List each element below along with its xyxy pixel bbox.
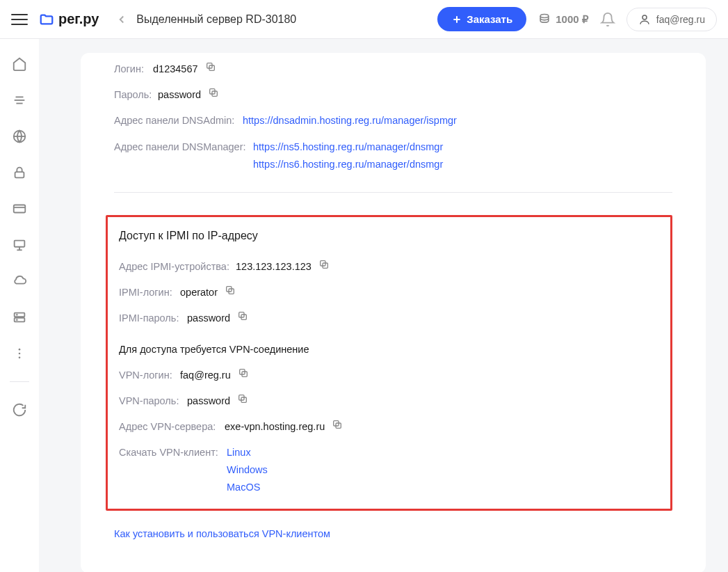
dnsmanager-label: Адрес панели DNSManager:	[114, 139, 253, 155]
svg-point-21	[19, 357, 21, 359]
ipmi-password-label: IPMI-пароль:	[119, 310, 187, 326]
dnsmanager-link-2[interactable]: https://ns6.hosting.reg.ru/manager/dnsmg…	[253, 157, 443, 173]
svg-rect-16	[15, 318, 25, 322]
sidebar-refresh[interactable]	[11, 402, 28, 418]
user-email: faq@reg.ru	[656, 14, 705, 25]
password-value: password	[158, 87, 201, 103]
dnsmanager-links: https://ns5.hosting.reg.ru/manager/dnsmg…	[253, 139, 443, 173]
vpn-client-row: Скачать VPN-клиент: Linux Windows MacOS	[119, 445, 659, 496]
dnsadmin-label: Адрес панели DNSAdmin:	[114, 113, 243, 129]
sidebar-separator	[10, 381, 29, 382]
ipmi-password-value: password	[187, 310, 230, 326]
svg-point-3	[642, 15, 647, 19]
menu-toggle[interactable]	[11, 11, 28, 28]
ipmi-addr-value: 123.123.123.123	[236, 259, 312, 275]
vpn-help-link[interactable]: Как установить и пользоваться VPN-клиент…	[114, 528, 330, 539]
sidebar-globe[interactable]	[11, 128, 28, 145]
ipmi-login-value: operator	[180, 285, 218, 301]
vpn-login-label: VPN-логин:	[119, 367, 180, 383]
dnsmanager-row: Адрес панели DNSManager: https://ns5.hos…	[114, 139, 672, 173]
svg-point-17	[17, 315, 17, 315]
svg-rect-9	[15, 172, 24, 177]
copy-icon[interactable]	[238, 367, 249, 379]
vpn-password-label: VPN-пароль:	[119, 393, 187, 409]
sidebar-more[interactable]	[11, 345, 28, 362]
sidebar-server[interactable]	[11, 237, 28, 253]
svg-point-2	[540, 14, 549, 17]
topbar: рег.ру Выделенный сервер RD-30180 Заказа…	[0, 0, 728, 39]
vpn-server-label: Адрес VPN-сервера:	[119, 419, 225, 435]
login-row: Логин: d1234567	[114, 61, 672, 77]
copy-icon[interactable]	[237, 393, 248, 404]
vpn-client-windows[interactable]: Windows	[227, 462, 268, 478]
password-label: Пароль:	[114, 87, 158, 103]
ipmi-addr-label: Адрес IPMI-устройства:	[119, 259, 236, 275]
dnsmanager-link-1[interactable]: https://ns5.hosting.reg.ru/manager/dnsmg…	[253, 139, 443, 155]
user-icon	[638, 13, 651, 26]
svg-rect-10	[14, 205, 26, 213]
user-menu[interactable]: faq@reg.ru	[626, 8, 717, 31]
divider	[114, 192, 672, 193]
notifications-icon[interactable]	[600, 12, 615, 27]
vpn-server-row: Адрес VPN-сервера: exe-vpn.hosting.reg.r…	[119, 419, 659, 435]
copy-icon[interactable]	[237, 310, 248, 321]
ipmi-login-label: IPMI-логин:	[119, 285, 180, 301]
ipmi-password-row: IPMI-пароль: password	[119, 310, 659, 326]
back-button[interactable]	[115, 13, 128, 26]
vpn-client-label: Скачать VPN-клиент:	[119, 445, 227, 461]
coins-icon	[537, 13, 551, 26]
order-button[interactable]: Заказать	[437, 7, 526, 31]
vpn-login-value: faq@reg.ru	[180, 367, 231, 383]
svg-point-18	[17, 319, 17, 320]
vpn-login-row: VPN-логин: faq@reg.ru	[119, 367, 659, 383]
sidebar-lock[interactable]	[11, 164, 28, 181]
svg-point-19	[19, 349, 21, 351]
main-content: Логин: d1234567 Пароль: password Адрес п…	[39, 39, 728, 572]
folder-icon	[39, 12, 54, 27]
logo[interactable]: рег.ру	[39, 11, 99, 27]
order-label: Заказать	[467, 13, 512, 25]
copy-icon[interactable]	[208, 87, 219, 98]
copy-icon[interactable]	[318, 259, 330, 270]
logo-text: рег.ру	[58, 11, 99, 27]
vpn-note: Для доступа требуется VPN-соединение	[119, 344, 659, 355]
vpn-password-value: password	[187, 393, 230, 409]
info-card: Логин: d1234567 Пароль: password Адрес п…	[81, 53, 706, 572]
login-label: Логин:	[114, 61, 153, 77]
copy-icon[interactable]	[205, 61, 216, 72]
vpn-client-macos[interactable]: MacOS	[227, 479, 268, 495]
vpn-server-value: exe-vpn.hosting.reg.ru	[225, 419, 325, 435]
page-title: Выделенный сервер RD-30180	[136, 13, 437, 26]
vpn-client-links: Linux Windows MacOS	[227, 445, 268, 496]
dnsadmin-link[interactable]: https://dnsadmin.hosting.reg.ru/manager/…	[243, 113, 457, 129]
balance-amount: 1000 ₽	[556, 13, 589, 26]
dnsadmin-row: Адрес панели DNSAdmin: https://dnsadmin.…	[114, 113, 672, 129]
copy-icon[interactable]	[225, 285, 236, 296]
svg-rect-15	[15, 313, 25, 317]
login-value: d1234567	[153, 61, 198, 77]
vpn-client-linux[interactable]: Linux	[227, 445, 268, 461]
sidebar	[0, 39, 39, 572]
sidebar-card[interactable]	[11, 200, 28, 217]
password-row: Пароль: password	[114, 87, 672, 103]
svg-rect-12	[15, 241, 25, 247]
sidebar-list[interactable]	[11, 92, 28, 109]
ipmi-addr-row: Адрес IPMI-устройства: 123.123.123.123	[119, 259, 659, 275]
vpn-password-row: VPN-пароль: password	[119, 393, 659, 409]
sidebar-cloud[interactable]	[11, 273, 28, 289]
balance[interactable]: 1000 ₽	[537, 13, 589, 26]
ipmi-login-row: IPMI-логин: operator	[119, 285, 659, 301]
ipmi-title: Доступ к IPMI по IP-адресу	[119, 230, 659, 242]
copy-icon[interactable]	[332, 419, 343, 430]
ipmi-section: Доступ к IPMI по IP-адресу Адрес IPMI-ус…	[106, 215, 672, 511]
sidebar-storage[interactable]	[11, 309, 28, 326]
sidebar-home[interactable]	[11, 56, 28, 72]
svg-point-20	[19, 353, 21, 355]
